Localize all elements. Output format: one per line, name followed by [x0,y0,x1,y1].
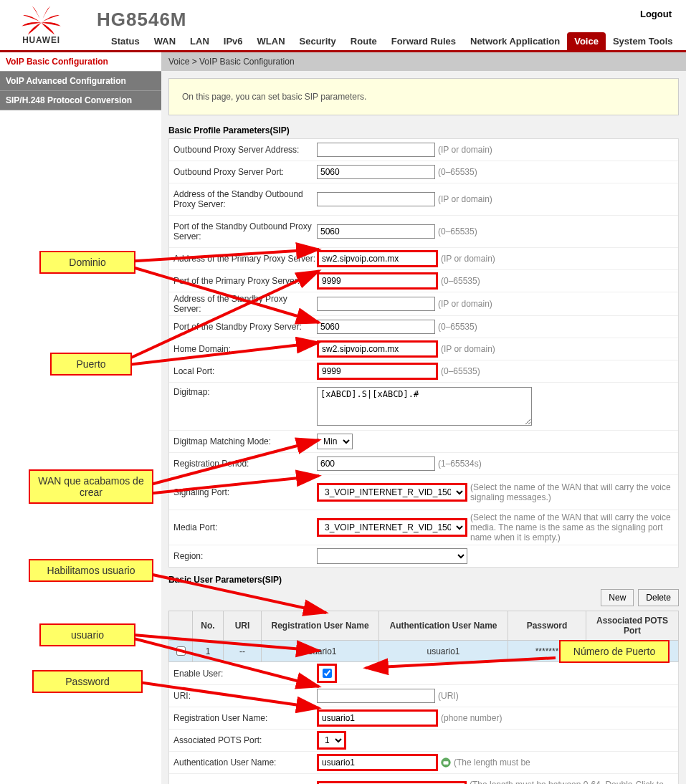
th-pwd: Password [508,611,586,641]
th-no: No. [193,611,224,641]
hint-standby-proxy-port: (0–65535) [438,322,477,332]
standby-outbound-address-input[interactable] [317,192,435,206]
media-port-select[interactable]: 3_VOIP_INTERNET_R_VID_1503 [317,518,467,537]
lbl-standby-out-port: Port of the Standby Outbound Proxy Serve… [173,221,317,242]
hint-standby-proxy-addr: (IP or domain) [438,299,492,309]
home-domain-input[interactable] [317,340,438,358]
tab-voice[interactable]: Voice [567,32,606,50]
associated-pots-port-select[interactable]: 1 [317,731,346,750]
lbl-dm-mode: Digitmap Matching Mode: [173,436,317,446]
lbl-outbound-addr: Outbound Proxy Server Address: [173,145,317,155]
sidebar-item-voip-basic[interactable]: VoIP Basic Configuration [0,52,161,72]
delete-button[interactable]: Delete [638,589,679,606]
region-select[interactable] [317,548,467,564]
logout-link[interactable]: Logout [640,9,672,19]
main-tabs: Status WAN LAN IPv6 WLAN Security Route … [104,32,680,50]
password-input[interactable] [317,781,467,784]
hint-primary-addr: (IP or domain) [441,254,495,264]
hint-standby-out-port: (0–65535) [438,226,477,236]
digitmap-textarea[interactable]: [xABCD].S|[xABCD].# [317,387,532,426]
hint-reg-user: (phone number) [441,713,502,723]
cell-auth: usuario1 [379,641,508,662]
authentication-user-name-input[interactable] [317,754,438,771]
sidebar-item-sip-h248[interactable]: SIP/H.248 Protocol Conversion [0,91,161,110]
tab-forward-rules[interactable]: Forward Rules [384,32,463,50]
th-port: Associated POTS Port [586,611,679,641]
tab-security[interactable]: Security [292,32,343,50]
primary-proxy-address-input[interactable] [317,250,438,267]
main-content: Voice > VoIP Basic Configuration On this… [161,52,686,784]
breadcrumb: Voice > VoIP Basic Configuration [161,52,686,71]
hint-outbound-addr: (IP or domain) [438,145,492,155]
local-port-input[interactable] [317,363,438,380]
tab-route[interactable]: Route [343,32,384,50]
lbl-enable-user: Enable User: [173,669,317,679]
lbl-local-port: Local Port: [173,366,317,376]
standby-proxy-address-input[interactable] [317,297,435,311]
callout-password: Password [32,670,143,693]
registration-period-input[interactable] [317,456,435,471]
info-box: On this page, you can set basic SIP para… [168,78,679,115]
hint-media-port: (Select the name of the WAN that will ca… [470,512,674,542]
lbl-primary-port: Port of the Primary Proxy Server: [173,276,317,286]
lbl-reg-period: Registration Period: [173,459,317,469]
lbl-uri: URI: [173,691,317,701]
cell-reg: usuario1 [262,641,379,662]
standby-outbound-port-input[interactable] [317,224,435,239]
row-checkbox[interactable] [176,646,186,656]
cell-no: 1 [193,641,224,662]
profile-form: Outbound Proxy Server Address:(IP or dom… [168,138,679,568]
tab-system-tools[interactable]: System Tools [606,32,680,50]
tab-wan[interactable]: WAN [147,32,183,50]
uri-input[interactable] [317,689,435,703]
outbound-proxy-address-input[interactable] [317,143,435,157]
lbl-signaling-port: Signaling Port: [173,487,317,497]
digitmap-mode-select[interactable]: Min [317,434,353,449]
enable-user-checkbox[interactable] [323,669,332,678]
hint-local-port: (0–65535) [441,366,480,376]
lbl-standby-out-addr: Address of the Standby Outbound Proxy Se… [173,189,317,209]
lbl-standby-proxy-port: Port of the Standby Proxy Server: [173,322,317,332]
th-uri: URI [224,611,262,641]
hint-reg-period: (1–65534s) [438,459,482,469]
svg-rect-1 [444,761,449,764]
tab-lan[interactable]: LAN [183,32,216,50]
tab-status[interactable]: Status [104,32,147,50]
signaling-port-select[interactable]: 3_VOIP_INTERNET_R_VID_1503 [317,483,467,502]
standby-proxy-port-input[interactable] [317,320,435,334]
cell-uri: -- [224,641,262,662]
callout-wan: WAN que acabamos de crear [29,469,153,504]
brand-text: HUAWEI [22,35,60,45]
lbl-primary-addr: Address of the Primary Proxy Server: [173,254,317,264]
lbl-reg-user: Registration User Name: [173,713,317,723]
callout-numero-puerto: Número de Puerto [559,640,670,663]
lbl-standby-proxy-addr: Address of the Standby Proxy Server: [173,294,317,314]
section-title-profile: Basic Profile Parameters(SIP) [168,125,679,135]
keyboard-icon[interactable] [441,757,451,768]
lbl-outbound-port: Outbound Proxy Server Port: [173,167,317,177]
hint-standby-out-addr: (IP or domain) [438,194,492,204]
lbl-home-domain: Home Domain: [173,344,317,354]
header: HUAWEI HG8546M Logout Status WAN LAN IPv… [0,0,686,52]
callout-usuario: usuario [39,623,135,646]
lbl-pots-port: Associated POTS Port: [173,735,317,745]
hint-auth-user: (The length must be [454,757,530,768]
hint-password: (The length must be between 0-64. Double… [470,780,674,784]
outbound-proxy-port-input[interactable] [317,165,435,179]
lbl-region: Region: [173,551,317,561]
registration-user-name-input[interactable] [317,709,438,727]
hint-primary-port: (0–65535) [441,276,480,286]
section-title-user: Basic User Parameters(SIP) [168,575,679,585]
callout-dominio: Dominio [39,251,135,274]
sidebar-item-voip-advanced[interactable]: VoIP Advanced Configuration [0,72,161,91]
primary-proxy-port-input[interactable] [317,272,438,290]
huawei-logo: HUAWEI [11,3,72,48]
lbl-digitmap: Digitmap: [173,387,317,397]
tab-network-application[interactable]: Network Application [463,32,567,50]
tab-ipv6[interactable]: IPv6 [216,32,250,50]
tab-wlan[interactable]: WLAN [250,32,292,50]
th-reg: Registration User Name [262,611,379,641]
th-auth: Authentication User Name [379,611,508,641]
th-check [169,611,193,641]
new-button[interactable]: New [601,589,634,606]
